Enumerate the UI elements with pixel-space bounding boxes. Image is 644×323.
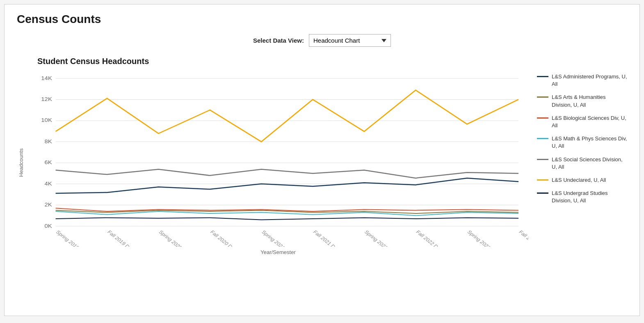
legend-label-undeclared: L&S Undeclared, U, All (552, 176, 606, 184)
x-axis-label: Year/Semester (27, 249, 529, 255)
data-view-row: Select Data View: Headcount Chart Headco… (17, 34, 627, 47)
chart-title: Student Census Headcounts (37, 57, 529, 66)
legend: L&S Administered Programs, U, All L&S Ar… (537, 57, 627, 204)
legend-item-social: L&S Social Sciences Division, U, All (537, 156, 627, 171)
chart-section: Student Census Headcounts Headcounts 14K (17, 57, 627, 255)
svg-text:Fall 2023 D: Fall 2023 D (518, 229, 529, 247)
legend-item-bio: L&S Biological Sciences Div, U, All (537, 115, 627, 129)
legend-label-undergrad: L&S Undergrad Studies Division, U, All (552, 190, 627, 204)
data-view-label: Select Data View: (253, 37, 304, 44)
svg-text:Spring 2019 B: Spring 2019 B (55, 229, 84, 247)
legend-label-math: L&S Math & Phys Sciences Div, U, All (552, 135, 627, 150)
legend-item-arts: L&S Arts & Humanities Division, U, All (537, 94, 627, 108)
legend-line-undergrad (537, 192, 548, 194)
y-axis-label: Headcounts (17, 70, 25, 255)
data-view-select[interactable]: Headcount Chart Headcount Table FTE Char… (309, 34, 391, 47)
line-undeclared (56, 90, 518, 142)
page-container: Census Counts Select Data View: Headcoun… (4, 4, 640, 316)
svg-text:Spring 2021 B: Spring 2021 B (260, 229, 290, 247)
page-title: Census Counts (17, 13, 627, 26)
svg-text:10K: 10K (41, 117, 52, 123)
legend-line-arts (537, 96, 548, 98)
chart-wrapper: Headcounts 14K 12K (17, 70, 529, 255)
line-administered (56, 178, 518, 193)
svg-text:Spring 2020 B: Spring 2020 B (158, 229, 187, 247)
legend-label-social: L&S Social Sciences Division, U, All (552, 156, 627, 171)
chart-area: Student Census Headcounts Headcounts 14K (17, 57, 529, 255)
svg-text:6K: 6K (45, 160, 52, 165)
legend-item-math: L&S Math & Phys Sciences Div, U, All (537, 135, 627, 150)
legend-item-undergrad: L&S Undergrad Studies Division, U, All (537, 190, 627, 204)
svg-text:8K: 8K (45, 139, 52, 144)
legend-label-arts: L&S Arts & Humanities Division, U, All (552, 94, 627, 108)
legend-label-administered: L&S Administered Programs, U, All (552, 73, 627, 88)
legend-item-undeclared: L&S Undeclared, U, All (537, 176, 627, 184)
legend-line-administered (537, 76, 548, 77)
svg-text:14K: 14K (41, 76, 52, 81)
main-chart-svg: 14K 12K 10K 8K 6K 4K 2K (27, 70, 529, 247)
svg-text:Spring 2023 B: Spring 2023 B (466, 229, 496, 247)
svg-text:4K: 4K (45, 181, 52, 186)
legend-line-math (537, 138, 548, 139)
legend-label-bio: L&S Biological Sciences Div, U, All (552, 115, 627, 129)
line-social (56, 169, 518, 178)
legend-line-bio (537, 117, 548, 119)
svg-text:Fall 2021 D: Fall 2021 D (312, 229, 336, 247)
svg-text:Fall 2022 D: Fall 2022 D (415, 229, 439, 247)
line-bio (56, 208, 518, 211)
svg-text:Fall 2019 D: Fall 2019 D (106, 229, 131, 247)
line-undergrad (56, 218, 518, 220)
legend-line-social (537, 159, 548, 160)
svg-text:0K: 0K (45, 223, 52, 229)
svg-text:Spring 2022 B: Spring 2022 B (363, 229, 393, 247)
svg-text:Fall 2020 D: Fall 2020 D (209, 229, 233, 247)
chart-inner: 14K 12K 10K 8K 6K 4K 2K (27, 70, 529, 255)
legend-item-administered: L&S Administered Programs, U, All (537, 73, 627, 88)
legend-line-undeclared (537, 179, 548, 181)
svg-text:2K: 2K (45, 202, 52, 207)
svg-text:12K: 12K (41, 96, 52, 102)
